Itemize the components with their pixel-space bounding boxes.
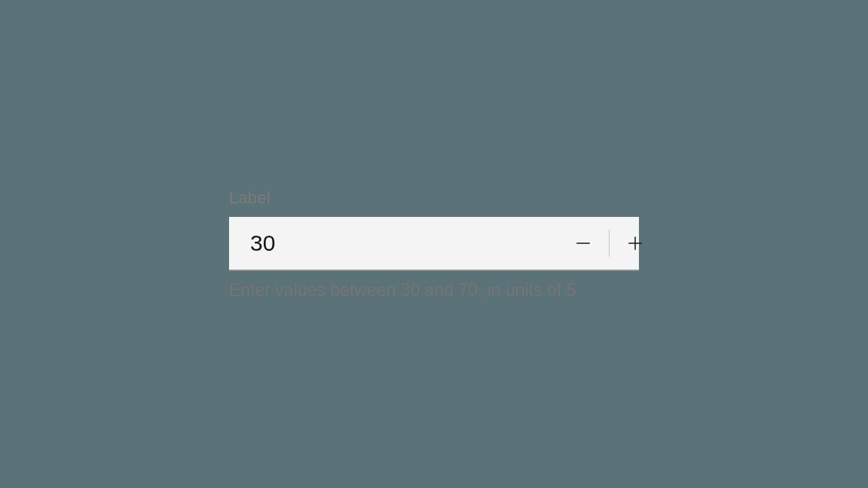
increment-button[interactable] [610, 217, 661, 270]
decrement-button[interactable] [558, 217, 609, 270]
stepper-controls [558, 217, 667, 270]
number-stepper: Label Enter values between 30 and 70, in… [229, 188, 639, 300]
stepper-input-row [229, 217, 639, 271]
minus-icon [576, 236, 591, 251]
stepper-value-input[interactable] [229, 217, 558, 270]
stepper-label: Label [229, 188, 639, 208]
stepper-helper-text: Enter values between 30 and 70, in units… [229, 280, 639, 300]
plus-icon [628, 236, 643, 251]
